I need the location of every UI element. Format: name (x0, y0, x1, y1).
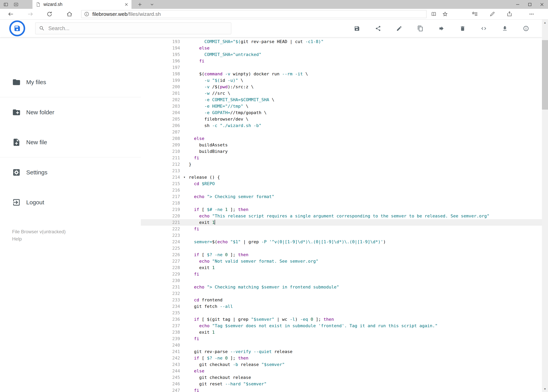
code-line[interactable]: 230 (141, 277, 542, 284)
code-line[interactable]: 227 echo "Not valid semver format. See s… (141, 258, 542, 264)
scrollbar-up-icon[interactable]: ▲ (542, 20, 548, 26)
code-line[interactable]: 209 buildAssets (141, 142, 542, 148)
code-line[interactable]: 215 cd $REPO (141, 181, 542, 187)
code-line[interactable]: 214▾release () { (141, 174, 542, 181)
address-bar[interactable]: filebrowser.web/files/wizard.sh (81, 10, 427, 18)
code-line[interactable]: 238 exit 1 (141, 329, 542, 336)
forward-icon[interactable] (23, 9, 37, 19)
code-line[interactable]: 201 -w //src \ (141, 90, 542, 97)
share-file-button[interactable] (368, 22, 388, 34)
code-view-button[interactable] (473, 22, 494, 34)
scrollbar-thumb[interactable] (542, 40, 548, 110)
code-line[interactable]: 223 (141, 232, 542, 238)
sidebar-item-logout[interactable]: Logout (0, 187, 141, 217)
copy-button[interactable] (410, 22, 431, 34)
code-line[interactable]: 240 (141, 342, 542, 348)
code-line[interactable]: 241 git rev-parse --verify --quiet relea… (141, 348, 542, 355)
back-icon[interactable] (4, 9, 18, 19)
code-line[interactable]: 208 else (141, 135, 542, 142)
code-line[interactable]: 233 cd frontend (141, 297, 542, 303)
browser-tab[interactable]: wizard.sh (33, 0, 132, 9)
code-line[interactable]: 205 filebrowser/dev \ (141, 116, 542, 122)
code-line[interactable]: 217 echo "> Checking semver format" (141, 193, 542, 200)
code-line[interactable]: 200 -v /$(pwd):/src:z \ (141, 84, 542, 90)
code-line[interactable]: 228 exit 1 (141, 264, 542, 271)
sidebar-item-new-folder[interactable]: New folder (0, 97, 141, 127)
code-line[interactable]: 231 echo "> Checking matching $semver in… (141, 284, 542, 290)
code-line[interactable]: 237 echo "Tag $semver does not exist in … (141, 322, 542, 329)
tab-preview-icon[interactable] (13, 0, 20, 9)
code-line[interactable]: 206 sh -c "./wizard.sh -b" (141, 122, 542, 129)
code-line[interactable]: 203 -e HOME="//tmp" \ (141, 103, 542, 109)
sidebar-item-new-file[interactable]: New file (0, 127, 141, 157)
code-line[interactable]: 193 COMMIT_SHA="$(git rev-parse HEAD | c… (141, 38, 542, 45)
info-button[interactable] (515, 22, 536, 34)
site-info-icon[interactable] (84, 12, 89, 17)
code-line[interactable]: 198 $(command -v winpty) docker run --rm… (141, 71, 542, 77)
code-line[interactable]: 247 fi (141, 387, 542, 392)
tab-list-chevron-icon[interactable] (147, 0, 157, 9)
code-line[interactable]: 199 -u "$(id -u)" \ (141, 77, 542, 84)
code-line[interactable]: 246 git reset --hard "$semver" (141, 381, 542, 387)
download-button[interactable] (494, 22, 515, 34)
window-maximize-button[interactable] (524, 0, 536, 9)
page-scrollbar[interactable]: ▲ ▼ (542, 20, 548, 392)
code-line[interactable]: 194 else (141, 45, 542, 51)
more-icon[interactable] (526, 9, 537, 19)
refresh-icon[interactable] (43, 9, 56, 19)
help-link[interactable]: Help (12, 235, 141, 243)
rename-button[interactable] (388, 22, 410, 34)
code-line[interactable]: 245 git checkout release (141, 374, 542, 381)
code-line[interactable]: 239 fi (141, 336, 542, 342)
code-line[interactable]: 232 (141, 290, 542, 297)
code-line[interactable]: 220 echo "This release script requires a… (141, 213, 542, 219)
code-line[interactable]: 195 COMMIT_SHA="untracked" (141, 51, 542, 58)
sidebar-item-my-files[interactable]: My files (0, 67, 141, 97)
hub-icon[interactable] (469, 9, 481, 19)
code-line[interactable]: 212} (141, 161, 542, 168)
code-line[interactable]: 216 (141, 187, 542, 193)
search-bar[interactable] (35, 22, 231, 34)
code-line[interactable]: 244 else (141, 368, 542, 374)
code-line[interactable]: 207 (141, 129, 542, 135)
code-line[interactable]: 235 (141, 310, 542, 316)
code-line[interactable]: 211 fi (141, 155, 542, 161)
code-line[interactable]: 229 fi (141, 271, 542, 277)
reading-view-icon[interactable] (428, 9, 439, 19)
code-editor[interactable]: 193 COMMIT_SHA="$(git rev-parse HEAD | c… (141, 37, 542, 392)
code-line[interactable]: 236 if [ $(git tag | grep "$semver" | wc… (141, 316, 542, 322)
window-close-button[interactable] (536, 0, 548, 9)
tab-close-icon[interactable] (125, 3, 128, 7)
code-line[interactable]: 225 (141, 245, 542, 252)
share-icon[interactable] (504, 9, 515, 19)
code-line[interactable]: 218 (141, 200, 542, 206)
set-tabs-aside-icon[interactable] (2, 0, 9, 9)
code-line[interactable]: 197 (141, 64, 542, 71)
code-line[interactable]: 243 git checkout -b release "$semver" (141, 361, 542, 368)
new-tab-icon[interactable] (135, 0, 145, 9)
web-note-icon[interactable] (486, 9, 498, 19)
search-input[interactable] (48, 25, 231, 32)
code-line[interactable]: 242 if [ $? -ne 0 ]; then (141, 355, 542, 361)
code-line[interactable]: 222 fi (141, 226, 542, 232)
code-line[interactable]: 202 -e COMMIT_SHA=$COMMIT_SHA \ (141, 97, 542, 103)
code-line[interactable]: 219 if [ $# -ne 1 ]; then (141, 206, 542, 213)
code-line[interactable]: 226 if [ $? -ne 0 ]; then (141, 252, 542, 258)
fold-gutter (180, 336, 189, 342)
code-line[interactable]: 213 (141, 168, 542, 174)
code-line[interactable]: 204 -e GOPATH=//tmp/gopath \ (141, 109, 542, 116)
home-icon[interactable] (62, 9, 76, 19)
save-button[interactable] (346, 22, 368, 34)
sidebar-item-settings[interactable]: Settings (0, 157, 141, 187)
delete-button[interactable] (452, 22, 473, 34)
code-line[interactable]: 224 semver=$(echo "$1" | grep -P '^v(0|[… (141, 238, 542, 245)
move-button[interactable] (431, 22, 452, 34)
code-line[interactable]: 221 exit 1 (141, 219, 542, 226)
fold-marker-icon[interactable]: ▾ (180, 174, 189, 181)
code-line[interactable]: 234 git fetch --all (141, 303, 542, 310)
code-line[interactable]: 196 fi (141, 58, 542, 64)
code-line[interactable]: 210 buildBinary (141, 148, 542, 155)
window-minimize-button[interactable] (512, 0, 524, 9)
scrollbar-down-icon[interactable]: ▼ (542, 386, 548, 392)
favorite-star-icon[interactable] (439, 9, 451, 19)
